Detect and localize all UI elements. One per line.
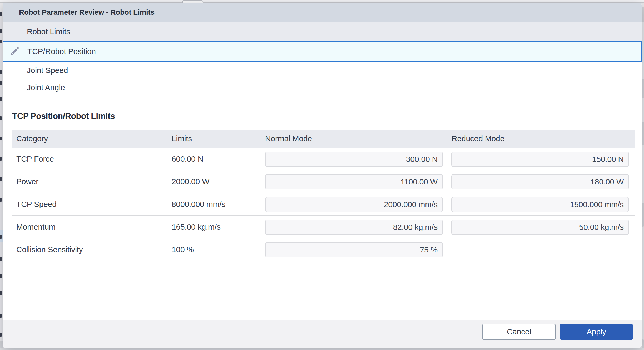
category-cell: TCP Force — [16, 148, 54, 170]
background-text-fragment — [0, 70, 2, 74]
nav-item-joint-angle[interactable]: Joint Angle — [3, 79, 642, 96]
limits-cell: 600.00 N — [172, 148, 203, 170]
background-text-fragment — [0, 314, 2, 318]
background-popover-tab — [182, 0, 203, 3]
limits-cell: 2000.00 W — [172, 170, 209, 193]
nav-group-header: Robot Limits — [3, 22, 642, 41]
background-text-fragment — [0, 257, 2, 261]
background-page-right-edge — [642, 3, 644, 350]
limits-cell: 100 % — [172, 238, 194, 261]
background-scrollbar-fragment — [642, 79, 644, 98]
table-row: Power2000.00 W — [12, 170, 635, 193]
apply-button[interactable]: Apply — [560, 324, 633, 340]
normal-mode-input[interactable] — [265, 197, 443, 212]
background-page-top-edge — [0, 0, 644, 2]
background-text-fragment — [0, 97, 2, 101]
background-text-fragment — [0, 177, 2, 181]
background-text-fragment — [0, 12, 2, 16]
table-row: TCP Force600.00 N — [12, 148, 635, 170]
background-text-fragment — [0, 235, 2, 239]
background-text-fragment — [0, 333, 2, 337]
dialog-footer: Cancel Apply — [3, 320, 642, 348]
reduced-mode-input[interactable] — [451, 220, 629, 235]
column-header-reduced-mode: Reduced Mode — [452, 130, 504, 148]
normal-mode-input[interactable] — [265, 220, 443, 235]
robot-parameter-review-dialog: Robot Parameter Review - Robot Limits Ro… — [3, 3, 642, 348]
limits-cell: 8000.000 mm/s — [172, 193, 225, 216]
category-cell: Power — [16, 170, 38, 193]
reduced-mode-input[interactable] — [451, 152, 629, 167]
background-text-fragment — [0, 137, 2, 140]
nav-item-label: TCP/Robot Position — [27, 47, 96, 56]
category-cell: TCP Speed — [16, 193, 57, 216]
section-title: TCP Position/Robot Limits — [12, 111, 115, 121]
background-text-fragment — [0, 40, 2, 43]
column-header-category: Category — [16, 130, 48, 148]
background-text-fragment — [0, 274, 2, 278]
nav-item-label: Joint Speed — [27, 66, 68, 75]
limits-table-body: TCP Force600.00 NPower2000.00 WTCP Speed… — [12, 148, 635, 261]
normal-mode-input[interactable] — [265, 152, 443, 167]
background-text-fragment — [0, 81, 2, 85]
nav-item-label: Joint Angle — [27, 83, 65, 92]
limits-table-header: Category Limits Normal Mode Reduced Mode — [12, 130, 635, 148]
background-text-fragment — [0, 157, 2, 161]
background-scrollbar-fragment — [642, 7, 644, 22]
background-scrollbar-fragment — [642, 122, 644, 145]
background-text-fragment — [0, 116, 2, 120]
cancel-button[interactable]: Cancel — [482, 324, 556, 340]
column-header-normal-mode: Normal Mode — [265, 130, 312, 148]
normal-mode-input[interactable] — [265, 174, 443, 189]
pencil-edit-icon — [10, 46, 20, 56]
nav-group-header-label: Robot Limits — [27, 27, 70, 36]
table-row: Momentum165.00 kg.m/s — [12, 216, 635, 238]
limits-table: Category Limits Normal Mode Reduced Mode… — [12, 130, 635, 261]
category-cell: Collision Sensitivity — [16, 238, 83, 261]
dialog-title: Robot Parameter Review - Robot Limits — [19, 8, 155, 17]
background-page-bottom-edge — [0, 348, 644, 350]
table-row: Collision Sensitivity100 % — [12, 238, 635, 261]
column-header-limits: Limits — [172, 130, 192, 148]
normal-mode-input[interactable] — [265, 242, 443, 257]
dialog-titlebar: Robot Parameter Review - Robot Limits — [3, 3, 642, 22]
reduced-mode-input[interactable] — [451, 174, 629, 189]
background-scrollbar-fragment — [642, 203, 644, 227]
category-cell: Momentum — [16, 216, 55, 238]
background-text-fragment — [0, 291, 2, 295]
limits-cell: 165.00 kg.m/s — [172, 216, 221, 238]
background-text-fragment — [0, 198, 2, 202]
nav-item-joint-speed[interactable]: Joint Speed — [3, 62, 642, 79]
background-page-left-edge — [0, 3, 3, 350]
table-row: TCP Speed8000.000 mm/s — [12, 193, 635, 216]
reduced-mode-input[interactable] — [451, 197, 629, 212]
background-text-fragment — [0, 29, 2, 33]
nav-item-tcp-robot-position[interactable]: TCP/Robot Position — [3, 41, 642, 62]
